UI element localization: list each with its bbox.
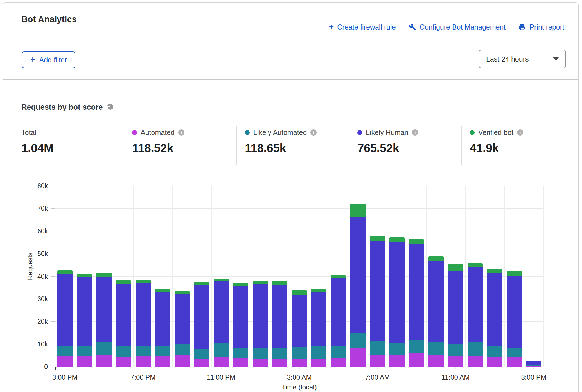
x-tick [221, 367, 221, 369]
bar-300pm[interactable] [526, 186, 541, 367]
verified-bot-legend-dot [470, 130, 475, 135]
bar-segment-verified-bot [331, 275, 346, 278]
bar-segment-automated [331, 358, 346, 367]
add-filter-button[interactable]: + Add filter [22, 51, 75, 68]
bar-200pm[interactable] [507, 186, 522, 367]
bar-1200pm[interactable] [468, 186, 483, 367]
bar-segment-likely-human [77, 277, 92, 346]
bar-segment-likely-automated [311, 346, 326, 359]
time-range-value: Last 24 hours [486, 55, 529, 63]
bar-segment-likely-automated [136, 346, 151, 356]
y-tick-label: 20k [37, 318, 48, 325]
bar-segment-likely-human [214, 281, 229, 343]
bar-segment-automated [233, 358, 248, 367]
info-icon[interactable]: i [310, 129, 317, 136]
bar-700pm[interactable] [136, 186, 151, 367]
bar-600pm[interactable] [116, 186, 131, 367]
bar-segment-likely-human [233, 286, 248, 348]
bar-1200am[interactable] [233, 186, 248, 367]
bar-segment-likely-human [350, 217, 366, 333]
bar-100pm[interactable] [487, 186, 502, 367]
bar-segment-likely-automated [507, 348, 522, 357]
bar-segment-automated [136, 356, 151, 367]
bar-300pm[interactable] [57, 186, 73, 367]
bar-700am[interactable] [370, 186, 385, 367]
x-axis: 3:00 PM7:00 PM11:00 PM3:00 AM7:00 AM11:0… [55, 367, 543, 384]
stat-divider [124, 126, 124, 165]
gridline [270, 186, 270, 367]
bar-300am[interactable] [292, 186, 307, 367]
print-report-link[interactable]: Print report [518, 23, 564, 31]
info-icon[interactable]: i [412, 129, 418, 136]
bar-segment-automated [155, 356, 170, 367]
stat-divider [461, 126, 462, 165]
chevron-down-icon [553, 57, 559, 61]
bar-900pm[interactable] [175, 186, 190, 367]
create-firewall-rule-link[interactable]: + Create firewall rule [329, 23, 396, 31]
bar-segment-verified-bot [487, 269, 502, 273]
bar-segment-verified-bot [409, 239, 424, 244]
stat-automated-label: Automated [141, 129, 175, 137]
configure-bot-management-link[interactable]: Configure Bot Management [409, 23, 506, 31]
bar-900am[interactable] [409, 186, 424, 367]
bar-400am[interactable] [311, 186, 326, 367]
x-tick [299, 367, 299, 369]
gridline [94, 186, 94, 367]
bar-segment-automated [507, 357, 522, 367]
time-range-select[interactable]: Last 24 hours [479, 50, 566, 68]
info-icon[interactable]: i [178, 129, 184, 136]
bar-segment-likely-automated [468, 342, 483, 356]
print-report-label: Print report [529, 23, 564, 31]
bar-100am[interactable] [253, 186, 268, 367]
bar-segment-likely-human [292, 295, 307, 347]
bar-segment-likely-human [116, 284, 131, 347]
bar-segment-likely-automated [331, 346, 346, 358]
y-tick [51, 254, 55, 254]
stat-total-label: Total [21, 129, 36, 137]
y-tick-label: 60k [37, 227, 48, 235]
bar-1000pm[interactable] [194, 186, 209, 367]
gridline [465, 186, 466, 367]
bar-segment-automated [77, 356, 92, 367]
y-tick-label: 80k [37, 182, 48, 190]
bar-segment-automated [214, 357, 229, 367]
gridline [55, 186, 55, 367]
bar-segment-likely-human [175, 294, 190, 344]
stat-likely-human-value: 765.52k [357, 141, 418, 155]
bar-200am[interactable] [272, 186, 287, 367]
bar-segment-likely-human [96, 277, 112, 342]
bar-1000am[interactable] [428, 186, 444, 367]
bar-segment-likely-automated [487, 346, 502, 357]
y-tick-label: 30k [37, 295, 48, 303]
bar-segment-verified-bot [116, 280, 131, 284]
bar-800pm[interactable] [155, 186, 170, 367]
bar-600am[interactable] [350, 186, 366, 367]
bar-800am[interactable] [389, 186, 405, 367]
bar-500am[interactable] [331, 186, 346, 367]
likely-human-legend-dot [357, 130, 362, 135]
bar-segment-verified-bot [448, 264, 463, 271]
bar-1100pm[interactable] [214, 186, 229, 367]
info-icon[interactable]: i [517, 129, 523, 136]
x-tick [65, 367, 65, 369]
x-tick-label: 3:00 PM [52, 373, 77, 381]
bar-400pm[interactable] [77, 186, 92, 367]
bar-segment-likely-automated [194, 349, 209, 359]
gridline [407, 186, 407, 367]
gridline [387, 186, 387, 367]
y-tick-label: 50k [37, 250, 48, 258]
bar-segment-likely-human [428, 261, 444, 342]
stat-verified-bot: Verified bot i 41.9k [470, 128, 523, 155]
bar-segment-automated [311, 359, 326, 367]
bar-segment-automated [409, 353, 424, 367]
bar-segment-likely-automated [96, 342, 112, 355]
plus-icon: + [329, 22, 334, 31]
bar-segment-likely-human [468, 267, 483, 342]
bar-500pm[interactable] [96, 186, 112, 367]
bar-segment-verified-bot [175, 291, 190, 294]
bar-1100am[interactable] [448, 186, 463, 367]
section-title-row: Requests by bot score [21, 103, 114, 112]
gridline [251, 186, 251, 367]
y-tick [51, 321, 55, 322]
y-tick-label: 10k [37, 340, 48, 348]
